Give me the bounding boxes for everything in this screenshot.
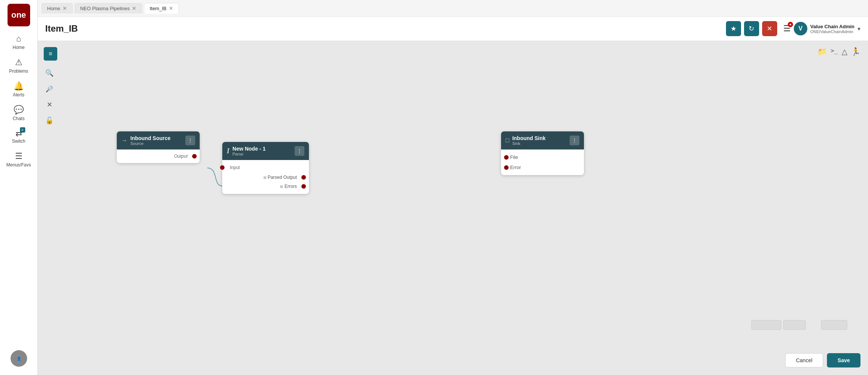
sidebar-item-chats-label: Chats xyxy=(13,116,24,121)
node-parse-input-port: Input xyxy=(228,164,304,171)
star-icon: ★ xyxy=(730,24,737,33)
list-view-button[interactable]: ≡ xyxy=(44,47,57,61)
user-avatar-sidebar[interactable]: 👤 xyxy=(11,350,27,367)
node-parse-menu[interactable]: ⋮ xyxy=(295,146,304,156)
refresh-button[interactable]: ↻ xyxy=(744,21,759,36)
zoom-in-icon: 🔍 xyxy=(45,69,53,77)
sink-icon: □ xyxy=(506,137,509,144)
zoom-in-tool[interactable]: 🔍 xyxy=(44,67,55,79)
node-sink-info: Inbound Sink Sink xyxy=(512,135,567,146)
cancel-button[interactable]: Cancel xyxy=(785,353,824,367)
node-inbound-source-menu[interactable]: ⋮ xyxy=(185,136,195,145)
app-logo[interactable]: one xyxy=(8,4,30,26)
placeholder-node-2 xyxy=(783,320,806,330)
user-info: Value Chain Admin ONEIValueChainAdmin xyxy=(810,24,854,34)
save-button[interactable]: Save xyxy=(827,353,860,367)
header-actions: ★ ↻ ✕ ☰ ★ V Value Chain Admin ONEIValueC… xyxy=(726,21,860,36)
user-avatar: V xyxy=(794,22,807,35)
node-inbound-source[interactable]: → Inbound Source Source ⋮ Output xyxy=(117,131,200,163)
output-port-label: Output xyxy=(174,154,188,159)
avatar-image: 👤 xyxy=(17,357,21,361)
parse-icon: I xyxy=(227,147,229,155)
tab-neo-plasma[interactable]: NEO Plasma Pipelines ✕ xyxy=(75,3,142,14)
node-inbound-source-subtitle: Source xyxy=(130,141,182,146)
node-sink-title: Inbound Sink xyxy=(512,135,567,141)
switch-badge: ≡ xyxy=(20,127,25,133)
placeholder-node-1 xyxy=(751,320,781,330)
output-port-dot xyxy=(192,154,197,159)
node-sink-subtitle: Sink xyxy=(512,141,567,146)
sidebar-item-home[interactable]: ⌂ Home xyxy=(0,30,37,54)
sidebar-item-menus-label: Menus/Favs xyxy=(6,162,31,168)
tab-item-ib-close[interactable]: ✕ xyxy=(169,6,173,11)
node-parse-output-port: ⊞ Parsed Output xyxy=(228,174,304,181)
sidebar-item-switch[interactable]: ⇄ ≡ Switch xyxy=(0,125,37,148)
sidebar-item-switch-label: Switch xyxy=(12,139,25,144)
node-inbound-source-info: Inbound Source Source xyxy=(130,135,182,146)
menus-icon: ☰ xyxy=(15,151,23,161)
sidebar-item-menus[interactable]: ☰ Menus/Favs xyxy=(0,148,37,171)
node-new-node-1[interactable]: I New Node - 1 Parse ⋮ Input ⊞ Parsed Ou… xyxy=(222,142,309,194)
fit-tool[interactable]: ✕ xyxy=(44,99,55,110)
page-header: Item_IB ★ ↻ ✕ ☰ ★ V Value Chain Admin xyxy=(38,17,868,41)
chevron-down-icon[interactable]: ▾ xyxy=(857,25,860,32)
folder-icon[interactable]: 📁 xyxy=(818,47,827,56)
close-button[interactable]: ✕ xyxy=(762,21,777,36)
arrow-right-icon: → xyxy=(121,137,127,144)
canvas-left-tools: 🔍 🔎 ✕ 🔓 xyxy=(44,67,55,126)
refresh-icon: ↻ xyxy=(749,24,754,33)
canvas-toolbar: ≡ xyxy=(44,47,57,61)
lock-tool[interactable]: 🔓 xyxy=(44,115,55,126)
fit-icon: ✕ xyxy=(47,101,52,109)
list-icon: ≡ xyxy=(49,50,52,57)
pipeline-canvas[interactable]: ≡ 📁 >_ △ 🏃 🔍 🔎 ✕ 🔓 xyxy=(38,41,868,375)
node-inbound-sink[interactable]: □ Inbound Sink Sink ⋮ File Error xyxy=(501,131,584,175)
close-icon: ✕ xyxy=(767,24,772,33)
node-sink-menu[interactable]: ⋮ xyxy=(570,136,579,145)
sidebar-item-chats[interactable]: 💬 Chats xyxy=(0,101,37,125)
input-port-dot xyxy=(220,165,225,170)
errors-dot xyxy=(301,184,306,189)
node-inbound-source-title: Inbound Source xyxy=(130,135,182,141)
run-icon[interactable]: 🏃 xyxy=(851,47,860,56)
menu-button-container[interactable]: ☰ ★ xyxy=(783,24,791,34)
tab-neo-close[interactable]: ✕ xyxy=(132,6,136,11)
user-profile[interactable]: V Value Chain Admin ONEIValueChainAdmin … xyxy=(794,22,860,35)
pipeline-connections xyxy=(38,41,868,375)
sidebar-item-problems-label: Problems xyxy=(9,69,28,74)
sidebar: one ⌂ Home ⚠ Problems 🔔 Alerts 💬 Chats ⇄… xyxy=(0,0,38,375)
node-parse-errors-port: ⊞ Errors xyxy=(228,183,304,190)
home-icon: ⌂ xyxy=(16,34,21,44)
node-inbound-source-body: Output xyxy=(117,149,200,163)
lock-icon: 🔓 xyxy=(45,116,53,125)
tab-item-ib[interactable]: Item_IB ✕ xyxy=(144,3,179,14)
grid-icon-2: ⊞ xyxy=(280,184,283,189)
sidebar-item-alerts[interactable]: 🔔 Alerts xyxy=(0,78,37,101)
zoom-out-tool[interactable]: 🔎 xyxy=(44,83,55,95)
sidebar-item-alerts-label: Alerts xyxy=(13,92,24,98)
error-port-dot xyxy=(504,165,509,170)
user-username: ONEIValueChainAdmin xyxy=(810,29,854,34)
tab-home-label: Home xyxy=(47,6,60,11)
canvas-footer: Cancel Save xyxy=(785,353,860,367)
node-sink-header: □ Inbound Sink Sink ⋮ xyxy=(501,131,584,149)
bell-icon: 🔔 xyxy=(14,81,24,91)
tab-home-close[interactable]: ✕ xyxy=(63,6,67,11)
tab-home[interactable]: Home ✕ xyxy=(41,3,73,14)
node-sink-file-port: File xyxy=(506,153,579,161)
star-button[interactable]: ★ xyxy=(726,21,741,36)
avatar-letter: V xyxy=(798,25,802,32)
sidebar-item-problems[interactable]: ⚠ Problems xyxy=(0,54,37,78)
placeholder-node-3 xyxy=(821,320,847,330)
terminal-icon[interactable]: >_ xyxy=(831,47,838,56)
node-parse-header: I New Node - 1 Parse ⋮ xyxy=(222,142,309,160)
warning-triangle-icon[interactable]: △ xyxy=(842,47,847,56)
warning-icon: ⚠ xyxy=(15,58,23,67)
node-parse-subtitle: Parse xyxy=(232,152,292,156)
node-inbound-source-output-port: Output xyxy=(122,152,194,160)
node-parse-title: New Node - 1 xyxy=(232,146,292,152)
grid-icon-1: ⊞ xyxy=(263,175,266,180)
tab-bar: Home ✕ NEO Plasma Pipelines ✕ Item_IB ✕ xyxy=(38,0,868,17)
tab-item-ib-label: Item_IB xyxy=(150,6,167,11)
input-port-label: Input xyxy=(228,165,240,170)
